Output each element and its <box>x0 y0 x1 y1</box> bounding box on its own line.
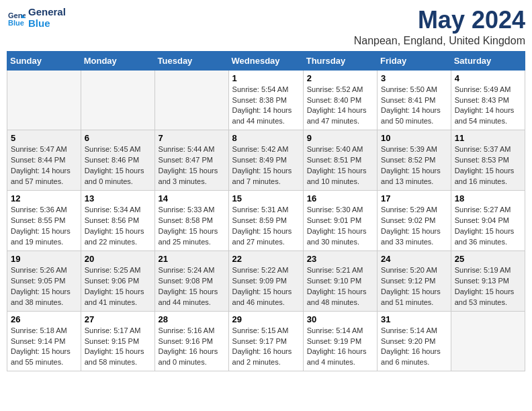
day-number: 24 <box>381 254 447 264</box>
title-block: May 2024 Nanpean, England, United Kingdo… <box>354 7 525 47</box>
logo-general: General <box>28 7 66 18</box>
logo-blue: Blue <box>28 18 66 30</box>
calendar-day-cell: 20Sunrise: 5:25 AMSunset: 9:06 PMDayligh… <box>81 250 154 311</box>
day-info: Sunrise: 5:15 AMSunset: 9:17 PMDaylight:… <box>232 326 300 369</box>
day-number: 1 <box>232 73 300 83</box>
day-of-week-thursday: Thursday <box>303 51 377 70</box>
day-number: 12 <box>11 193 77 203</box>
calendar-day-cell <box>81 70 154 130</box>
calendar-day-cell: 21Sunrise: 5:24 AMSunset: 9:08 PMDayligh… <box>154 250 228 311</box>
day-info: Sunrise: 5:18 AMSunset: 9:14 PMDaylight:… <box>11 326 77 369</box>
day-info: Sunrise: 5:17 AMSunset: 9:15 PMDaylight:… <box>85 326 151 369</box>
calendar-day-cell: 28Sunrise: 5:16 AMSunset: 9:16 PMDayligh… <box>154 311 228 371</box>
day-info: Sunrise: 5:14 AMSunset: 9:20 PMDaylight:… <box>381 326 447 369</box>
day-number: 19 <box>11 254 77 264</box>
calendar-day-cell: 31Sunrise: 5:14 AMSunset: 9:20 PMDayligh… <box>378 311 451 371</box>
day-info: Sunrise: 5:21 AMSunset: 9:10 PMDaylight:… <box>307 265 373 308</box>
calendar-day-cell: 17Sunrise: 5:29 AMSunset: 9:02 PMDayligh… <box>378 191 451 251</box>
day-number: 28 <box>159 314 225 324</box>
day-number: 9 <box>307 133 373 143</box>
calendar-day-cell <box>451 311 525 371</box>
day-info: Sunrise: 5:22 AMSunset: 9:09 PMDaylight:… <box>232 265 300 308</box>
calendar-day-cell: 30Sunrise: 5:14 AMSunset: 9:19 PMDayligh… <box>303 311 377 371</box>
calendar-day-cell <box>7 70 81 130</box>
day-number: 16 <box>307 193 373 203</box>
calendar-week-row: 19Sunrise: 5:26 AMSunset: 9:05 PMDayligh… <box>7 250 525 311</box>
day-info: Sunrise: 5:29 AMSunset: 9:02 PMDaylight:… <box>381 205 447 248</box>
day-number: 17 <box>381 193 447 203</box>
day-info: Sunrise: 5:14 AMSunset: 9:19 PMDaylight:… <box>307 326 373 369</box>
day-number: 14 <box>159 193 225 203</box>
day-of-week-monday: Monday <box>81 51 154 70</box>
calendar-day-cell: 27Sunrise: 5:17 AMSunset: 9:15 PMDayligh… <box>81 311 154 371</box>
day-number: 5 <box>11 133 77 143</box>
day-of-week-sunday: Sunday <box>7 51 81 70</box>
calendar-day-cell: 4Sunrise: 5:49 AMSunset: 8:43 PMDaylight… <box>451 70 525 130</box>
calendar-day-cell: 24Sunrise: 5:20 AMSunset: 9:12 PMDayligh… <box>378 250 451 311</box>
day-number: 30 <box>307 314 373 324</box>
calendar-day-cell: 5Sunrise: 5:47 AMSunset: 8:44 PMDaylight… <box>7 130 81 191</box>
day-number: 21 <box>159 254 225 264</box>
day-number: 15 <box>232 193 300 203</box>
day-info: Sunrise: 5:50 AMSunset: 8:41 PMDaylight:… <box>381 85 447 128</box>
day-number: 22 <box>232 254 300 264</box>
day-of-week-saturday: Saturday <box>451 51 525 70</box>
month-year-title: May 2024 <box>354 7 525 34</box>
day-of-week-tuesday: Tuesday <box>154 51 228 70</box>
logo-icon: General Blue <box>7 9 26 28</box>
calendar-day-cell: 7Sunrise: 5:44 AMSunset: 8:47 PMDaylight… <box>154 130 228 191</box>
day-number: 26 <box>11 314 77 324</box>
calendar-week-row: 5Sunrise: 5:47 AMSunset: 8:44 PMDaylight… <box>7 130 525 191</box>
calendar-day-cell: 25Sunrise: 5:19 AMSunset: 9:13 PMDayligh… <box>451 250 525 311</box>
calendar-day-cell: 22Sunrise: 5:22 AMSunset: 9:09 PMDayligh… <box>228 250 303 311</box>
calendar-day-cell <box>154 70 228 130</box>
day-number: 6 <box>85 133 151 143</box>
day-number: 4 <box>455 73 521 83</box>
calendar-day-cell: 12Sunrise: 5:36 AMSunset: 8:55 PMDayligh… <box>7 191 81 251</box>
day-of-week-friday: Friday <box>378 51 451 70</box>
calendar-day-cell: 29Sunrise: 5:15 AMSunset: 9:17 PMDayligh… <box>228 311 303 371</box>
calendar-day-cell: 11Sunrise: 5:37 AMSunset: 8:53 PMDayligh… <box>451 130 525 191</box>
calendar-day-cell: 15Sunrise: 5:31 AMSunset: 8:59 PMDayligh… <box>228 191 303 251</box>
day-number: 29 <box>232 314 300 324</box>
day-info: Sunrise: 5:36 AMSunset: 8:55 PMDaylight:… <box>11 205 77 248</box>
day-info: Sunrise: 5:47 AMSunset: 8:44 PMDaylight:… <box>11 144 77 187</box>
day-of-week-wednesday: Wednesday <box>228 51 303 70</box>
page-header: General Blue General Blue May 2024 Nanpe… <box>7 7 525 47</box>
calendar-day-cell: 16Sunrise: 5:30 AMSunset: 9:01 PMDayligh… <box>303 191 377 251</box>
location-title: Nanpean, England, United Kingdom <box>354 35 525 47</box>
day-number: 8 <box>232 133 300 143</box>
day-number: 3 <box>381 73 447 83</box>
calendar-day-cell: 6Sunrise: 5:45 AMSunset: 8:46 PMDaylight… <box>81 130 154 191</box>
day-info: Sunrise: 5:31 AMSunset: 8:59 PMDaylight:… <box>232 205 300 248</box>
calendar-day-cell: 26Sunrise: 5:18 AMSunset: 9:14 PMDayligh… <box>7 311 81 371</box>
day-info: Sunrise: 5:37 AMSunset: 8:53 PMDaylight:… <box>455 144 521 187</box>
calendar-day-cell: 18Sunrise: 5:27 AMSunset: 9:04 PMDayligh… <box>451 191 525 251</box>
calendar-day-cell: 2Sunrise: 5:52 AMSunset: 8:40 PMDaylight… <box>303 70 377 130</box>
day-info: Sunrise: 5:42 AMSunset: 8:49 PMDaylight:… <box>232 144 300 187</box>
day-number: 11 <box>455 133 521 143</box>
calendar-day-cell: 9Sunrise: 5:40 AMSunset: 8:51 PMDaylight… <box>303 130 377 191</box>
day-info: Sunrise: 5:33 AMSunset: 8:58 PMDaylight:… <box>159 205 225 248</box>
day-number: 10 <box>381 133 447 143</box>
day-info: Sunrise: 5:27 AMSunset: 9:04 PMDaylight:… <box>455 205 521 248</box>
calendar-week-row: 26Sunrise: 5:18 AMSunset: 9:14 PMDayligh… <box>7 311 525 371</box>
day-info: Sunrise: 5:19 AMSunset: 9:13 PMDaylight:… <box>455 265 521 308</box>
day-number: 13 <box>85 193 151 203</box>
day-number: 23 <box>307 254 373 264</box>
calendar-day-cell: 13Sunrise: 5:34 AMSunset: 8:56 PMDayligh… <box>81 191 154 251</box>
calendar-header-row: SundayMondayTuesdayWednesdayThursdayFrid… <box>7 51 525 70</box>
calendar-day-cell: 3Sunrise: 5:50 AMSunset: 8:41 PMDaylight… <box>378 70 451 130</box>
day-info: Sunrise: 5:24 AMSunset: 9:08 PMDaylight:… <box>159 265 225 308</box>
calendar-table: SundayMondayTuesdayWednesdayThursdayFrid… <box>7 51 525 372</box>
svg-text:Blue: Blue <box>8 19 24 27</box>
calendar-day-cell: 19Sunrise: 5:26 AMSunset: 9:05 PMDayligh… <box>7 250 81 311</box>
calendar-day-cell: 23Sunrise: 5:21 AMSunset: 9:10 PMDayligh… <box>303 250 377 311</box>
day-number: 31 <box>381 314 447 324</box>
day-info: Sunrise: 5:44 AMSunset: 8:47 PMDaylight:… <box>159 144 225 187</box>
day-info: Sunrise: 5:49 AMSunset: 8:43 PMDaylight:… <box>455 85 521 128</box>
day-info: Sunrise: 5:16 AMSunset: 9:16 PMDaylight:… <box>159 326 225 369</box>
day-number: 20 <box>85 254 151 264</box>
day-number: 25 <box>455 254 521 264</box>
calendar-week-row: 1Sunrise: 5:54 AMSunset: 8:38 PMDaylight… <box>7 70 525 130</box>
